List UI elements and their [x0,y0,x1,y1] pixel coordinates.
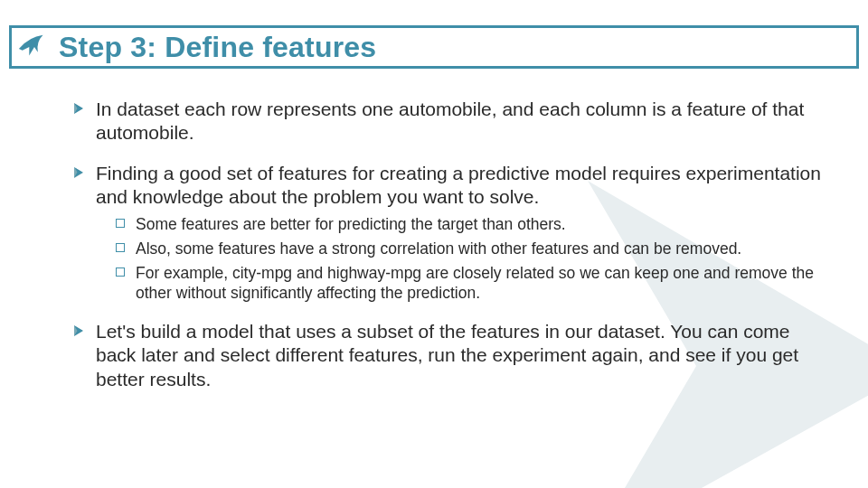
title-bar: Step 3: Define features [9,25,859,69]
bullet-level2: Also, some features have a strong correl… [116,239,832,259]
bullet-text: Let's build a model that uses a subset o… [96,321,798,389]
sub-bullets: Some features are better for predicting … [116,214,832,304]
bullet-level1: In dataset each row represents one autom… [74,98,832,145]
bullet-text: For example, city-mpg and highway-mpg ar… [136,264,814,303]
bullet-text: Also, some features have a strong correl… [136,239,741,258]
bullet-level2: For example, city-mpg and highway-mpg ar… [116,263,832,305]
bullet-level1: Let's build a model that uses a subset o… [74,320,832,391]
bullet-level2: Some features are better for predicting … [116,214,832,235]
bullet-level1: Finding a good set of features for creat… [74,162,832,305]
bullet-text: In dataset each row represents one autom… [96,99,804,143]
bullet-text: Some features are better for predicting … [136,215,566,233]
content-area: In dataset each row represents one autom… [74,98,832,408]
star-swoosh-icon [17,30,52,64]
bullet-text: Finding a good set of features for creat… [96,163,821,207]
slide-title: Step 3: Define features [59,31,376,64]
